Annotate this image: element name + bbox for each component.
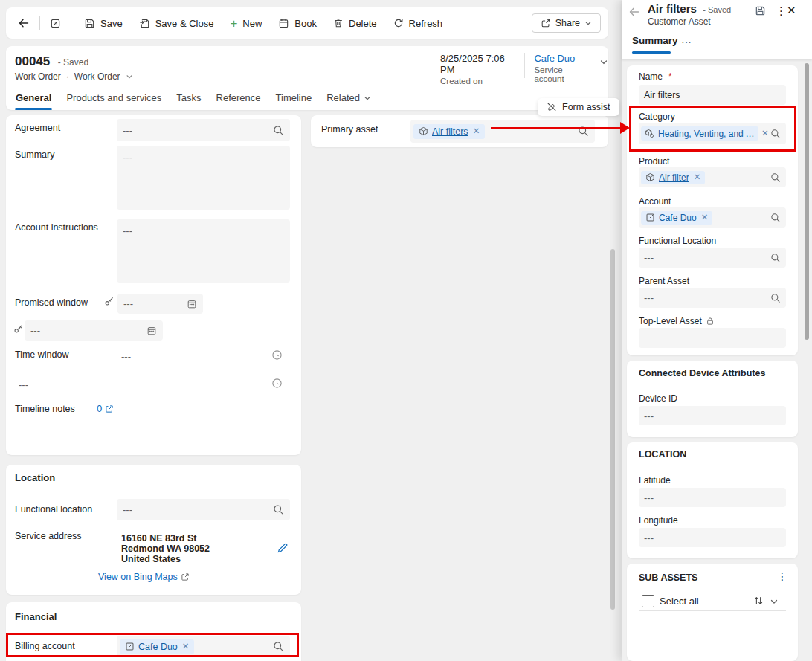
tab-products-and-services[interactable]: Products and services <box>65 90 162 110</box>
search-icon[interactable] <box>273 504 284 515</box>
select-all-checkbox[interactable] <box>642 595 654 607</box>
primary-asset-link[interactable]: Air filters <box>432 126 468 137</box>
search-icon[interactable] <box>770 129 781 139</box>
app: Save Save & Close + New Book Delete Refr… <box>0 0 812 661</box>
save-button[interactable]: Save <box>77 13 130 34</box>
service-account-link[interactable]: Cafe Duo <box>534 53 590 64</box>
clock-icon[interactable] <box>271 349 283 361</box>
timeline-notes-count[interactable]: 0 <box>97 403 102 414</box>
datepicker-icon[interactable] <box>187 299 197 309</box>
datepicker-icon[interactable] <box>146 326 157 336</box>
search-icon[interactable] <box>578 126 589 137</box>
product-link[interactable]: Air filter <box>659 172 689 183</box>
agreement-input[interactable]: --- <box>117 119 290 141</box>
tab-general-label: General <box>16 92 51 103</box>
agreement-value: --- <box>123 125 132 136</box>
tab-general[interactable]: General <box>15 90 52 110</box>
product-input[interactable]: Air filter ✕ <box>639 167 786 187</box>
panel-subassets-card: SUB ASSETS ⋮ Select all <box>627 564 798 661</box>
save-close-label: Save & Close <box>155 18 214 29</box>
remove-tag-icon[interactable]: ✕ <box>182 642 190 651</box>
financial-card: Financial Billing account Cafe Duo ✕ <box>6 602 301 661</box>
longitude-input[interactable]: --- <box>639 528 786 547</box>
share-button[interactable]: Share <box>532 13 601 33</box>
account-input[interactable]: Cafe Duo ✕ <box>639 207 786 228</box>
subassets-more-icon[interactable]: ⋮ <box>777 571 787 581</box>
promised-window-end-input[interactable]: --- <box>25 320 163 341</box>
panel-title: Air filters <box>648 2 697 15</box>
edit-pencil-icon[interactable] <box>277 542 289 554</box>
summary-textarea[interactable]: --- <box>117 146 290 210</box>
primary-asset-input[interactable]: Air filters ✕ <box>410 120 595 143</box>
tab-timeline[interactable]: Timeline <box>275 90 313 110</box>
bing-maps-link[interactable]: View on Bing Maps <box>98 572 190 582</box>
new-button[interactable]: + New <box>222 13 269 34</box>
search-icon[interactable] <box>273 641 284 652</box>
functional-location-label: Functional location <box>15 504 92 515</box>
delete-label: Delete <box>349 18 377 29</box>
sort-icon[interactable] <box>753 596 764 606</box>
time-window-end-value: --- <box>19 379 28 390</box>
search-icon[interactable] <box>770 253 781 263</box>
key-icon <box>13 323 24 334</box>
chevron-down-icon[interactable] <box>126 73 133 80</box>
panel-back-icon[interactable] <box>628 6 640 18</box>
divider <box>639 590 786 590</box>
panel-tab-summary[interactable]: Summary <box>632 35 678 46</box>
popout-button[interactable] <box>45 13 65 33</box>
account-instructions-textarea[interactable]: --- <box>117 219 290 283</box>
remove-tag-icon[interactable]: ✕ <box>701 213 709 222</box>
device-id-label: Device ID <box>639 393 677 404</box>
record-id: 00045 <box>15 54 50 68</box>
panel-scrollbar[interactable] <box>805 63 809 340</box>
search-icon[interactable] <box>273 125 284 136</box>
clock-icon[interactable] <box>271 378 283 389</box>
latitude-input[interactable]: --- <box>639 488 786 507</box>
search-icon[interactable] <box>770 293 781 303</box>
billing-account-link[interactable]: Cafe Duo <box>138 642 178 652</box>
panel-close-icon[interactable]: ✕ <box>787 4 796 16</box>
command-bar: Save Save & Close + New Book Delete Refr… <box>6 7 608 39</box>
refresh-button[interactable]: Refresh <box>386 13 451 34</box>
panel-tab-more-icon[interactable]: ··· <box>681 36 692 47</box>
functional-location-input[interactable]: --- <box>117 499 290 520</box>
parent-asset-input[interactable]: --- <box>639 288 786 308</box>
customer-asset-panel: Air filters - Saved Customer Asset ⋮ ✕ S… <box>622 0 812 661</box>
functional-location-panel-input[interactable]: --- <box>639 248 786 268</box>
service-address-value: 16160 NE 83rd St Redmond WA 98052 United… <box>121 533 210 564</box>
new-label: New <box>242 18 262 29</box>
remove-tag-icon[interactable]: ✕ <box>473 127 480 136</box>
promised-window-start-input[interactable]: --- <box>117 294 203 314</box>
account-link[interactable]: Cafe Duo <box>659 213 697 223</box>
back-button[interactable] <box>13 13 34 33</box>
category-link[interactable]: Heating, Venting, and Air Co... <box>658 129 755 139</box>
open-external-icon[interactable] <box>105 404 114 413</box>
remove-tag-icon[interactable]: ✕ <box>694 173 701 182</box>
chevron-down-icon[interactable] <box>599 57 608 67</box>
tab-reference[interactable]: Reference <box>216 90 262 110</box>
book-button[interactable]: Book <box>271 13 324 34</box>
delete-button[interactable]: Delete <box>326 13 384 34</box>
remove-tag-icon[interactable]: ✕ <box>761 129 769 138</box>
billing-account-input[interactable]: Cafe Duo ✕ <box>117 636 290 657</box>
select-all-label: Select all <box>660 596 699 607</box>
form-selector[interactable]: Work Order <box>74 71 120 82</box>
form-assist-button[interactable]: Form assist <box>538 98 619 116</box>
search-icon[interactable] <box>770 172 781 183</box>
search-icon[interactable] <box>770 213 781 223</box>
save-close-button[interactable]: Save & Close <box>132 13 222 34</box>
top-level-asset-label: Top-Level Asset <box>639 316 715 326</box>
category-icon <box>645 129 654 138</box>
panel-save-icon[interactable] <box>755 5 766 16</box>
timeline-notes-link[interactable]: 0 <box>97 403 114 414</box>
chevron-down-icon[interactable] <box>770 597 779 606</box>
financial-card-title: Financial <box>15 611 57 622</box>
device-id-input[interactable]: --- <box>639 406 786 425</box>
panel-more-icon[interactable]: ⋮ <box>776 5 787 16</box>
tab-related[interactable]: Related <box>326 90 372 110</box>
tab-tasks[interactable]: Tasks <box>175 90 202 110</box>
chevron-down-icon <box>364 94 371 102</box>
category-input[interactable]: Heating, Venting, and Air Co... ✕ <box>639 123 786 144</box>
name-input[interactable]: Air filters <box>639 85 786 105</box>
main-scrollbar[interactable] <box>610 249 615 610</box>
